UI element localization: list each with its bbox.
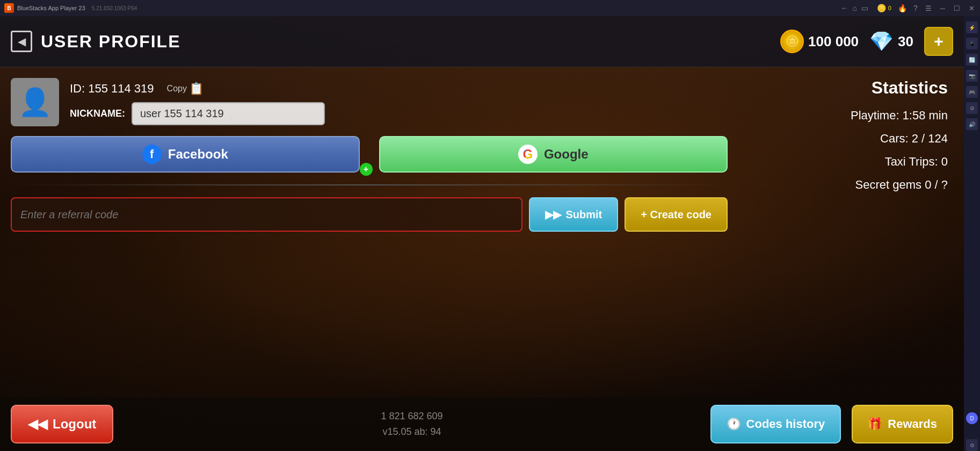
titlebar-coin-display: 🪙 0 bbox=[877, 4, 891, 12]
right-stats: Statistics Playtime: 1:58 min Cars: 2 / … bbox=[738, 67, 964, 451]
submit-label: Submit bbox=[565, 209, 602, 221]
top-right-currency: 🪙 100 000 💎 30 + bbox=[780, 27, 953, 56]
codes-history-button[interactable]: 🕐 Codes history bbox=[710, 405, 841, 443]
statistics-title: Statistics bbox=[754, 78, 948, 98]
back-arrow-icon: ◀ bbox=[11, 31, 32, 52]
divider bbox=[11, 184, 728, 185]
top-bar: ◀ USER PROFILE 🪙 100 000 💎 30 + bbox=[0, 16, 964, 67]
stat-playtime: Playtime: 1:58 min bbox=[754, 106, 948, 124]
submit-arrow-icon: ▶▶ bbox=[545, 208, 561, 221]
sidebar-icon-3[interactable]: 🔄 bbox=[966, 54, 978, 66]
rewards-label: Rewards bbox=[888, 417, 937, 431]
build-number-line2: v15.05 ab: 94 bbox=[124, 424, 699, 440]
sidebar-icon-2[interactable]: 📱 bbox=[966, 38, 978, 49]
rewards-button[interactable]: 🎁 Rewards bbox=[852, 405, 953, 443]
titlebar: B BlueStacks App Player 23 5.21.650.1063… bbox=[0, 0, 980, 16]
logout-icon: ◀◀ bbox=[28, 417, 47, 432]
avatar-icon: 👤 bbox=[18, 87, 52, 118]
facebook-logo: f bbox=[142, 145, 162, 164]
gem-amount: 30 bbox=[898, 33, 913, 50]
google-logo: G bbox=[518, 145, 538, 164]
copy-id-button[interactable]: Copy 📋 bbox=[163, 80, 208, 98]
sidebar-icon-7[interactable]: 🔊 bbox=[966, 118, 978, 130]
sidebar-icon-5[interactable]: 🎮 bbox=[966, 86, 978, 98]
logout-label: Logout bbox=[53, 417, 96, 432]
sidebar-icon-1[interactable]: ⚡ bbox=[966, 22, 978, 33]
referral-row: ▶▶ Submit + Create code bbox=[11, 197, 728, 232]
game-area: ◀ USER PROFILE 🪙 100 000 💎 30 + bbox=[0, 16, 964, 451]
submit-button[interactable]: ▶▶ Submit bbox=[529, 197, 618, 232]
nickname-label: NICKNAME: bbox=[70, 108, 125, 119]
codes-history-label: Codes history bbox=[746, 417, 825, 431]
stat-taxi-trips: Taxi Trips: 0 bbox=[754, 153, 948, 170]
back-button[interactable]: ◀ USER PROFILE bbox=[11, 31, 180, 52]
build-info: 1 821 682 609 v15.05 ab: 94 bbox=[124, 409, 699, 440]
google-label: Google bbox=[544, 147, 589, 162]
titlebar-controls: 🪙 0 🔥 ? ☰ ─ ☐ ✕ bbox=[877, 4, 976, 12]
social-buttons-row: f Facebook + G Google bbox=[11, 136, 728, 173]
titlebar-nav: ← ⌂ ▭ bbox=[840, 4, 868, 12]
logout-button[interactable]: ◀◀ Logout bbox=[11, 405, 113, 443]
copy-label: Copy bbox=[167, 84, 187, 94]
gems-display: 💎 30 bbox=[869, 30, 913, 53]
plus-indicator: + bbox=[360, 163, 373, 176]
avatar: 👤 bbox=[11, 78, 59, 126]
bluestacks-logo: B bbox=[4, 3, 14, 13]
facebook-button[interactable]: f Facebook bbox=[11, 136, 360, 173]
profile-info: ID: 155 114 319 Copy 📋 NICKNAME: bbox=[70, 80, 728, 125]
discord-button[interactable]: D bbox=[966, 412, 978, 424]
coin-icon: 🪙 bbox=[780, 30, 804, 53]
nav-home[interactable]: ⌂ bbox=[852, 4, 856, 12]
referral-code-input[interactable] bbox=[11, 197, 522, 232]
close-icon[interactable]: ✕ bbox=[968, 4, 976, 12]
stat-secret-gems: Secret gems 0 / ? bbox=[754, 176, 948, 194]
minimize-icon[interactable]: ─ bbox=[939, 4, 946, 12]
titlebar-fire-icon: 🔥 bbox=[898, 4, 907, 12]
user-id-text: ID: 155 114 319 bbox=[70, 82, 154, 96]
app-title: BlueStacks App Player 23 5.21.650.1063 P… bbox=[17, 5, 840, 11]
facebook-label: Facebook bbox=[168, 147, 228, 162]
bottom-bar: ◀◀ Logout 1 821 682 609 v15.05 ab: 94 🕐 … bbox=[0, 397, 964, 451]
stat-cars: Cars: 2 / 124 bbox=[754, 130, 948, 147]
codes-history-icon: 🕐 bbox=[727, 417, 741, 431]
sidebar-icon-6[interactable]: ⚙ bbox=[966, 102, 978, 114]
coins-display: 🪙 100 000 bbox=[780, 30, 859, 53]
coin-amount: 100 000 bbox=[808, 33, 859, 50]
copy-icon: 📋 bbox=[189, 82, 204, 96]
build-number-line1: 1 821 682 609 bbox=[124, 409, 699, 424]
menu-icon[interactable]: ☰ bbox=[924, 4, 933, 12]
add-currency-button[interactable]: + bbox=[924, 27, 953, 56]
google-button[interactable]: G Google bbox=[379, 136, 728, 173]
user-id-row: ID: 155 114 319 Copy 📋 bbox=[70, 80, 728, 98]
sidebar-icon-4[interactable]: 📷 bbox=[966, 70, 978, 82]
profile-row: 👤 ID: 155 114 319 Copy 📋 NICKNAME: bbox=[11, 78, 728, 126]
rewards-icon: 🎁 bbox=[868, 417, 882, 431]
content-area: 👤 ID: 155 114 319 Copy 📋 NICKNAME: bbox=[0, 67, 964, 451]
nickname-row: NICKNAME: bbox=[70, 102, 728, 125]
create-code-label: + Create code bbox=[641, 209, 712, 221]
sidebar-icon-settings[interactable]: ⚙ bbox=[966, 439, 978, 451]
gem-icon: 💎 bbox=[869, 30, 894, 53]
right-sidebar: ⚡ 📱 🔄 📷 🎮 ⚙ 🔊 D ⚙ bbox=[964, 16, 980, 451]
ui-panel: ◀ USER PROFILE 🪙 100 000 💎 30 + bbox=[0, 16, 964, 451]
nav-window[interactable]: ▭ bbox=[861, 4, 868, 12]
nickname-input[interactable] bbox=[132, 102, 325, 125]
nav-back[interactable]: ← bbox=[840, 4, 848, 12]
create-code-button[interactable]: + Create code bbox=[625, 197, 728, 232]
help-icon[interactable]: ? bbox=[913, 4, 918, 12]
page-title: USER PROFILE bbox=[41, 32, 180, 52]
restore-icon[interactable]: ☐ bbox=[953, 4, 961, 12]
left-panel: 👤 ID: 155 114 319 Copy 📋 NICKNAME: bbox=[0, 67, 738, 451]
